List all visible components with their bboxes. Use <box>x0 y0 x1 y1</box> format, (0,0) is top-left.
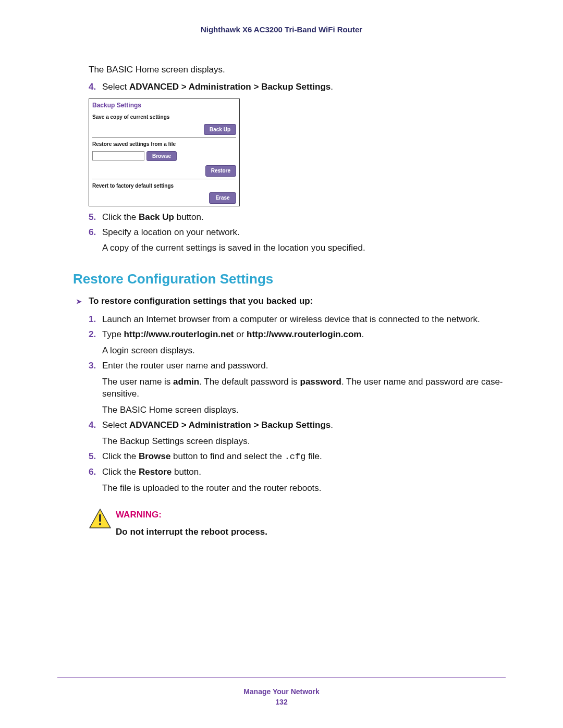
bold-text: Restore <box>139 467 172 477</box>
bold-text: Browse <box>139 451 170 461</box>
panel-label: Save a copy of current settings <box>92 114 236 121</box>
step-body: Click the Restore button. The file is up… <box>102 466 506 495</box>
text-fragment: Select <box>102 420 129 430</box>
backup-button[interactable]: Back Up <box>204 124 236 135</box>
subtask-heading: ➤ To restore configuration settings that… <box>76 295 506 307</box>
arrow-icon: ➤ <box>76 295 89 307</box>
bold-text: http://www.routerlogin.com <box>247 329 361 339</box>
panel-label: Revert to factory default settings <box>92 182 236 190</box>
step-body: Click the Browse button to find and sele… <box>102 451 506 463</box>
step-number: 4. <box>89 419 102 448</box>
step-body: Select ADVANCED > Administration > Backu… <box>102 419 506 448</box>
subtask-text: To restore configuration settings that y… <box>89 295 313 307</box>
text-fragment: button to find and select the <box>170 451 284 461</box>
bold-text: password <box>300 377 341 387</box>
intro-text: The BASIC Home screen displays. <box>89 64 506 76</box>
step-subtext: The user name is admin. The default pass… <box>102 376 506 400</box>
header-product-title: Nighthawk X6 AC3200 Tri-Band WiFi Router <box>57 25 506 34</box>
step-number: 4. <box>89 81 102 93</box>
file-input[interactable] <box>92 151 144 161</box>
text-fragment: Click the <box>102 451 139 461</box>
svg-rect-1 <box>99 514 101 522</box>
step-number: 3. <box>89 360 102 416</box>
warning-icon <box>89 508 116 533</box>
bold-text: Back Up <box>139 212 174 222</box>
text-fragment: Click the <box>102 212 139 222</box>
restore-step-3: 3. Enter the router user name and passwo… <box>89 360 506 416</box>
step-number: 2. <box>89 329 102 357</box>
erase-button[interactable]: Erase <box>209 192 236 204</box>
section-heading: Restore Configuration Settings <box>73 270 506 288</box>
step-number: 5. <box>89 451 102 463</box>
step-subtext: A login screen displays. <box>102 345 506 357</box>
step-4: 4. Select ADVANCED > Administration > Ba… <box>89 81 506 93</box>
text-fragment: . <box>331 82 333 92</box>
step-5: 5. Click the Back Up button. <box>89 212 506 224</box>
restore-step-2: 2. Type http://www.routerlogin.net or ht… <box>89 329 506 357</box>
warning-message: Do not interrupt the reboot process. <box>116 526 267 538</box>
svg-rect-2 <box>99 523 101 525</box>
document-page: Nighthawk X6 AC3200 Tri-Band WiFi Router… <box>0 0 563 728</box>
bold-text: admin <box>173 377 199 387</box>
restore-button[interactable]: Restore <box>205 165 236 177</box>
step-body: Click the Back Up button. <box>102 212 506 224</box>
footer-rule <box>57 677 506 678</box>
step-subtext: The file is uploaded to the router and t… <box>102 483 506 495</box>
text-fragment: . <box>331 420 333 430</box>
panel-title: Backup Settings <box>89 99 239 110</box>
step-number: 6. <box>89 466 102 495</box>
step-subtext: The Backup Settings screen displays. <box>102 436 506 448</box>
restore-step-4: 4. Select ADVANCED > Administration > Ba… <box>89 419 506 448</box>
warning-block: WARNING: Do not interrupt the reboot pro… <box>89 508 506 538</box>
step-number: 1. <box>89 314 102 326</box>
backup-settings-panel: Backup Settings Save a copy of current s… <box>89 98 240 206</box>
step-body: Type http://www.routerlogin.net or http:… <box>102 329 506 357</box>
text-fragment: Click the <box>102 467 139 477</box>
page-footer: Manage Your Network 132 <box>57 677 506 706</box>
warning-text: WARNING: Do not interrupt the reboot pro… <box>116 508 267 538</box>
text-fragment: The user name is <box>102 377 173 387</box>
warning-label: WARNING: <box>116 509 267 521</box>
panel-section-restore: Restore saved settings from a file Brows… <box>89 138 239 179</box>
text-fragment: or <box>234 329 247 339</box>
bold-text: http://www.routerlogin.net <box>124 329 234 339</box>
footer-chapter: Manage Your Network <box>57 687 506 696</box>
text-fragment: Specify a location on your network. <box>102 227 240 237</box>
step-number: 5. <box>89 212 102 224</box>
panel-section-save: Save a copy of current settings Back Up <box>89 110 239 137</box>
mono-text: .cfg <box>285 452 306 462</box>
content-area: The BASIC Home screen displays. 4. Selec… <box>89 64 506 538</box>
text-fragment: button. <box>172 467 201 477</box>
restore-step-5: 5. Click the Browse button to find and s… <box>89 451 506 463</box>
step-6: 6. Specify a location on your network. A… <box>89 227 506 255</box>
text-fragment: file. <box>305 451 322 461</box>
panel-label: Restore saved settings from a file <box>92 141 236 148</box>
text-fragment: . <box>361 329 364 339</box>
panel-section-erase: Revert to factory default settings Erase <box>89 179 239 206</box>
footer-page-number: 132 <box>57 698 506 706</box>
text-fragment: Type <box>102 329 124 339</box>
browse-button[interactable]: Browse <box>146 151 177 162</box>
step-number: 6. <box>89 227 102 255</box>
text-fragment: Enter the router user name and password. <box>102 361 268 371</box>
step-body: Select ADVANCED > Administration > Backu… <box>102 81 506 93</box>
restore-step-1: 1. Launch an Internet browser from a com… <box>89 314 506 326</box>
nav-path: ADVANCED > Administration > Backup Setti… <box>129 420 331 430</box>
text-fragment: Select <box>102 82 129 92</box>
restore-step-6: 6. Click the Restore button. The file is… <box>89 466 506 495</box>
step-body: Launch an Internet browser from a comput… <box>102 314 506 326</box>
nav-path: ADVANCED > Administration > Backup Setti… <box>129 82 331 92</box>
step-subtext: The BASIC Home screen displays. <box>102 404 506 416</box>
text-fragment: button. <box>174 212 204 222</box>
text-fragment: . The default password is <box>199 377 300 387</box>
step-body: Specify a location on your network. A co… <box>102 227 506 255</box>
step-body: Enter the router user name and password.… <box>102 360 506 416</box>
step-subtext: A copy of the current settings is saved … <box>102 242 506 254</box>
